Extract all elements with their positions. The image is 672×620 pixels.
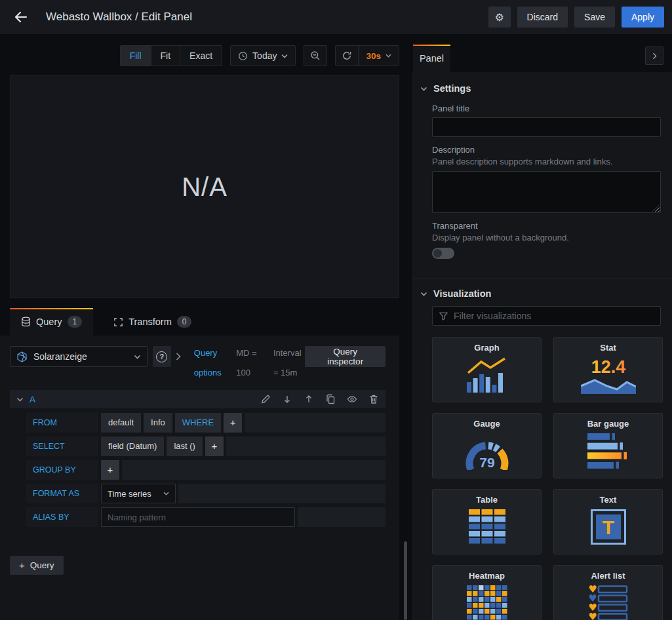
text-viz-icon: T (591, 509, 626, 545)
description-help: Panel description supports markdown and … (432, 157, 662, 166)
delete-query-button[interactable] (368, 394, 379, 404)
zoom-out-button[interactable] (304, 46, 326, 66)
transparent-label: Transparent (432, 221, 662, 231)
viz-card-label: Text (600, 495, 617, 505)
viz-card-graph[interactable]: Graph (432, 337, 542, 402)
no-data-value: N/A (182, 172, 227, 202)
arrow-up-icon (304, 394, 314, 404)
query-format-as-row: FORMAT AS Time series (26, 484, 385, 503)
chevron-down-icon (163, 492, 169, 495)
filter-visualizations-input[interactable] (432, 306, 661, 326)
duplicate-query-button[interactable] (325, 394, 336, 404)
panel-title-label: Panel title (432, 104, 662, 113)
sidebar-tabbar: Panel (412, 34, 672, 72)
query-options-label[interactable]: Query options (194, 343, 228, 383)
query-max-data-points: MD = 100 (236, 343, 266, 383)
where-label[interactable]: WHERE (175, 413, 221, 433)
time-range-picker[interactable]: Today (231, 46, 295, 66)
zoom-out-icon (310, 50, 321, 61)
select-function-part[interactable]: last () (167, 436, 203, 456)
from-label: FROM (26, 413, 98, 433)
viz-card-label: Stat (600, 343, 616, 353)
exact-mode-button[interactable]: Exact (180, 46, 222, 66)
viz-card-label: Heatmap (469, 571, 505, 581)
settings-section-header[interactable]: Settings (418, 83, 662, 94)
add-select-button[interactable]: + (205, 436, 224, 456)
tab-panel[interactable]: Panel (413, 45, 450, 72)
tab-query[interactable]: Query 1 (10, 308, 93, 336)
move-query-down-button[interactable] (282, 394, 292, 404)
alias-input[interactable] (101, 507, 295, 527)
add-where-button[interactable]: + (224, 413, 242, 433)
viz-card-stat[interactable]: Stat 12.4 (553, 337, 663, 402)
format-as-value: Time series (108, 489, 151, 499)
settings-button[interactable]: ⚙ (488, 7, 511, 28)
panel-title-input[interactable] (432, 117, 661, 137)
viz-card-heatmap[interactable]: Heatmap (432, 565, 542, 620)
scrollbar-thumb[interactable] (404, 541, 407, 620)
display-mode-group: Fill Fit Exact (120, 45, 222, 66)
row-filler (245, 413, 385, 433)
move-query-up-button[interactable] (304, 394, 314, 404)
database-icon (21, 317, 31, 327)
influxdb-logo-icon (16, 351, 28, 362)
edit-query-button[interactable] (260, 394, 271, 404)
query-row-header[interactable]: A (10, 390, 385, 408)
viz-card-text[interactable]: Text T (553, 489, 663, 554)
query-group-by-row: GROUP BY + (26, 460, 385, 480)
viz-card-alert-list[interactable]: Alert list ♥ ♥ ♥ ♥ (553, 565, 663, 620)
editor-tabs: Query 1 Transform 0 (10, 308, 203, 336)
from-measurement-part[interactable]: Info (144, 413, 172, 433)
refresh-group: 30s (335, 45, 399, 66)
viz-card-bar-gauge[interactable]: Bar gauge (553, 413, 663, 478)
query-options-toggle[interactable] (171, 346, 186, 367)
back-button[interactable] (8, 4, 34, 30)
add-query-button[interactable]: + Query (10, 556, 64, 575)
format-as-label: FORMAT AS (26, 484, 98, 503)
query-inspector-button[interactable]: Query inspector (305, 346, 385, 367)
row-filler (122, 460, 385, 480)
chevron-down-icon (281, 54, 288, 58)
apply-button[interactable]: Apply (622, 7, 664, 28)
pencil-icon (260, 394, 271, 404)
fill-mode-button[interactable]: Fill (121, 46, 151, 66)
visualization-section-header[interactable]: Visualization (418, 288, 662, 299)
transparent-toggle[interactable] (432, 248, 454, 259)
row-filler (226, 436, 385, 456)
toggle-query-visibility-button[interactable] (347, 394, 357, 404)
datasource-help-button[interactable]: ? (153, 346, 170, 367)
discard-button[interactable]: Discard (517, 7, 568, 28)
transparent-help: Display panel without a background. (432, 233, 662, 242)
collapse-options-button[interactable] (645, 47, 663, 65)
format-as-select[interactable]: Time series (101, 484, 176, 503)
datasource-name: Solaranzeige (33, 351, 128, 362)
visualization-grid: Graph Stat 12.4 (432, 337, 662, 620)
trash-icon (368, 394, 379, 404)
refresh-button[interactable] (336, 46, 358, 66)
viz-card-label: Table (476, 495, 498, 505)
description-input[interactable] (432, 171, 661, 213)
panel-preview: N/A (10, 75, 399, 298)
chevron-down-icon (16, 397, 24, 402)
viz-card-gauge[interactable]: Gauge 79 (432, 413, 542, 478)
refresh-interval-dropdown[interactable]: 30s (358, 46, 399, 66)
fit-mode-button[interactable]: Fit (151, 46, 180, 66)
from-policy-part[interactable]: default (101, 413, 141, 433)
transform-count-badge: 0 (177, 316, 192, 328)
gauge-viz-icon: 79 (462, 433, 512, 470)
viz-card-table[interactable]: Table (432, 489, 542, 554)
add-group-by-button[interactable]: + (101, 460, 119, 480)
query-row-actions (260, 394, 379, 404)
eye-icon (347, 394, 357, 404)
query-interval: Interval = 15m (273, 343, 306, 383)
tab-transform[interactable]: Transform 0 (102, 308, 203, 336)
graph-viz-icon (467, 357, 507, 393)
viz-card-label: Bar gauge (587, 419, 629, 429)
datasource-picker[interactable]: Solaranzeige (10, 346, 148, 367)
top-header: Webasto Wallbox / Edit Panel ⚙ Discard S… (0, 0, 672, 34)
transform-icon (113, 317, 123, 327)
select-field-part[interactable]: field (Datum) (101, 436, 164, 456)
viz-card-label: Graph (474, 343, 499, 353)
description-field (432, 171, 661, 213)
save-button[interactable]: Save (574, 7, 615, 28)
